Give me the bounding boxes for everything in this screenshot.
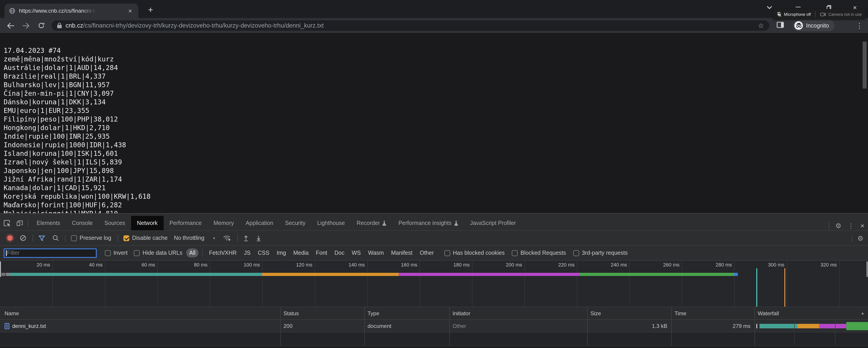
hide-data-urls-checkbox[interactable] [134, 250, 140, 256]
devtools-tab-network[interactable]: Network [131, 216, 164, 230]
column-header-waterfall[interactable]: Waterfall ▲ [754, 307, 868, 319]
column-header-type[interactable]: Type [364, 307, 450, 319]
devtools-tab-elements[interactable]: Elements [31, 216, 66, 230]
table-row[interactable]: denni_kurz.txt 200 document Other 1.3 kB… [0, 320, 868, 333]
page-scrollbar-thumb[interactable] [863, 41, 867, 89]
filter-type-font[interactable]: Font [313, 248, 331, 257]
filter-type-css[interactable]: CSS [254, 248, 272, 257]
side-panel-icon[interactable] [777, 22, 784, 28]
devtools-tab-console[interactable]: Console [66, 216, 98, 230]
filter-type-js[interactable]: JS [241, 248, 254, 257]
disable-cache-checkbox[interactable] [123, 235, 129, 241]
column-divider[interactable] [450, 307, 450, 346]
filter-type-wasm[interactable]: Wasm [365, 248, 387, 257]
blocked-requests-toggle[interactable]: Blocked Requests [512, 250, 566, 256]
hide-data-urls-toggle[interactable]: Hide data URLs [134, 250, 183, 256]
devtools-tab-performance[interactable]: Performance [163, 216, 208, 230]
disable-cache-toggle[interactable]: Disable cache [123, 235, 167, 241]
column-header-initiator[interactable]: Initiator [450, 307, 587, 319]
devtools-tab-performance-insights[interactable]: Performance insights [393, 216, 464, 230]
devtools-tab-security[interactable]: Security [279, 216, 311, 230]
column-header-size[interactable]: Size [587, 307, 671, 319]
network-overview-timeline[interactable]: 20 ms40 ms60 ms80 ms100 ms120 ms140 ms16… [0, 260, 868, 307]
request-status-cell[interactable]: 200 [280, 320, 364, 332]
devtools-tab-memory[interactable]: Memory [208, 216, 240, 230]
request-initiator-cell[interactable]: Other [450, 320, 587, 332]
column-header-waterfall-label: Waterfall [758, 310, 779, 316]
filter-type-manifest[interactable]: Manifest [388, 248, 416, 257]
blocked-requests-checkbox[interactable] [512, 250, 518, 256]
filter-type-media[interactable]: Media [290, 248, 312, 257]
invert-toggle[interactable]: Invert [105, 250, 128, 256]
column-divider[interactable] [754, 307, 755, 346]
device-toolbar-icon[interactable] [16, 220, 23, 226]
filter-type-all[interactable]: All [186, 248, 199, 257]
filter-type-other[interactable]: Other [416, 248, 437, 257]
browser-window: https://www.cnb.cz/cs/financni-tr × + × … [0, 0, 868, 348]
devtools-tab-label: Lighthouse [317, 220, 345, 226]
has-blocked-cookies-checkbox[interactable] [444, 250, 450, 256]
column-divider[interactable] [364, 307, 365, 346]
overview-segment-ssl [399, 273, 580, 276]
filter-funnel-icon[interactable] [38, 235, 45, 241]
request-type-cell[interactable]: document [364, 320, 450, 332]
address-bar[interactable]: cnb.cz/cs/financni-trhy/devizovy-trh/kur… [52, 20, 770, 31]
third-party-requests-checkbox[interactable] [573, 250, 579, 256]
filter-type-fetch-xhr[interactable]: Fetch/XHR [206, 248, 240, 257]
clear-network-log-icon[interactable] [20, 235, 26, 241]
devtools-settings-icon[interactable]: ⚙ [835, 221, 842, 230]
timeline-tick-label: 80 ms [180, 262, 208, 267]
tab-close-button[interactable]: × [127, 7, 134, 15]
devtools-tab-sources[interactable]: Sources [98, 216, 131, 230]
devtools-tab-javascript-profiler[interactable]: JavaScript Profiler [464, 216, 522, 230]
devtools-close-icon[interactable]: × [860, 222, 864, 230]
column-divider[interactable] [587, 307, 588, 346]
devtools-tab-application[interactable]: Application [240, 216, 279, 230]
throttling-dropdown[interactable]: No throttling ▼ [174, 235, 216, 241]
third-party-requests-toggle[interactable]: 3rd-party requests [573, 250, 628, 256]
reload-button[interactable] [34, 18, 48, 33]
timeline-tick-label: 160 ms [390, 262, 417, 267]
column-divider[interactable] [280, 307, 281, 346]
devtools-tab-recorder[interactable]: Recorder [351, 216, 393, 230]
filter-input[interactable]: Filter [4, 248, 97, 258]
url-path: /cs/financni-trhy/devizovy-trh/kurzy-dev… [83, 22, 324, 29]
devtools-tab-label: JavaScript Profiler [470, 220, 516, 226]
overview-edge-handle[interactable] [867, 262, 868, 277]
overview-edge-handle[interactable] [0, 262, 1, 277]
search-icon[interactable] [53, 235, 59, 241]
devtools-menu-icon[interactable]: ⋮ [848, 222, 854, 229]
column-header-name[interactable]: Name [0, 307, 280, 319]
timeline-gridline [105, 260, 105, 307]
inspect-element-icon[interactable] [4, 220, 11, 227]
has-blocked-cookies-toggle[interactable]: Has blocked cookies [444, 250, 504, 256]
devtools-tab-label: Network [137, 220, 158, 226]
devtools-tab-lighthouse[interactable]: Lighthouse [311, 216, 350, 230]
request-size-cell[interactable]: 1.3 kB [587, 320, 671, 332]
forward-button[interactable] [19, 18, 33, 33]
column-header-status[interactable]: Status [280, 307, 364, 319]
request-name-cell[interactable]: denni_kurz.txt [0, 320, 280, 332]
browser-tab[interactable]: https://www.cnb.cz/cs/financni-tr × [4, 4, 138, 18]
filter-type-img[interactable]: Img [274, 248, 289, 257]
network-conditions-icon[interactable] [223, 235, 231, 241]
filter-type-doc[interactable]: Doc [331, 248, 348, 257]
filter-type-ws[interactable]: WS [348, 248, 364, 257]
column-header-time[interactable]: Time [671, 307, 754, 319]
preserve-log-checkbox[interactable] [71, 235, 77, 241]
browser-menu-button[interactable]: ⋮ [854, 18, 865, 33]
request-time-cell[interactable]: 279 ms [671, 320, 754, 332]
preserve-log-toggle[interactable]: Preserve log [71, 235, 111, 241]
export-har-icon[interactable] [256, 235, 261, 241]
timeline-gridline [524, 260, 525, 307]
import-har-icon[interactable] [243, 235, 249, 241]
new-tab-button[interactable]: + [145, 4, 156, 16]
record-network-log-button[interactable] [7, 235, 13, 241]
network-settings-icon[interactable]: ⚙ [857, 234, 864, 242]
back-button[interactable] [4, 18, 17, 33]
invert-checkbox[interactable] [105, 250, 111, 256]
column-divider[interactable] [671, 307, 672, 346]
request-waterfall-cell[interactable] [754, 320, 868, 332]
bookmark-star-icon[interactable]: ☆ [758, 22, 764, 30]
timeline-gridline [472, 260, 472, 307]
